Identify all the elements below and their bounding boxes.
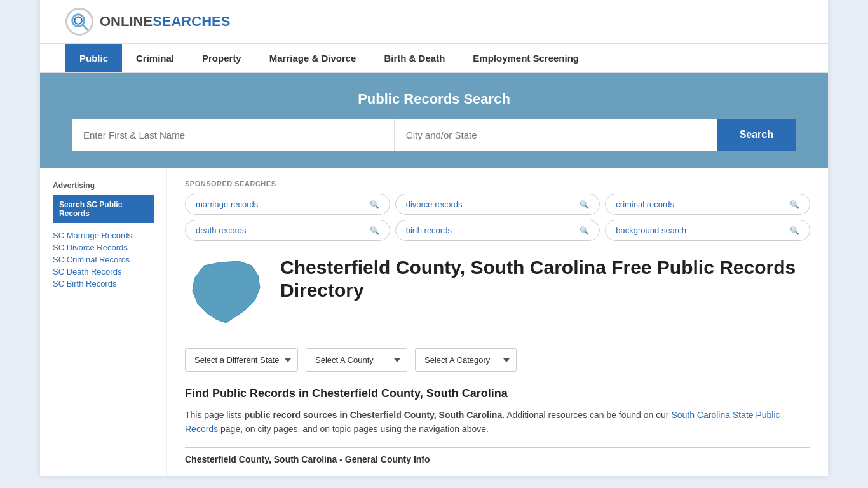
- find-records-title: Find Public Records in Chesterfield Coun…: [185, 387, 810, 400]
- find-text-end: page, on city pages, and on topic pages …: [218, 424, 489, 434]
- tag-criminal-records[interactable]: criminal records 🔍: [605, 194, 810, 215]
- search-tag-icon-3: 🔍: [370, 226, 379, 235]
- search-tag-icon-0: 🔍: [370, 200, 379, 209]
- site-header: ONLINESEARCHES: [40, 0, 828, 44]
- sidebar: Advertising Search SC Public Records SC …: [40, 168, 167, 476]
- sponsored-label: SPONSORED SEARCHES: [185, 180, 810, 187]
- nav-marriage-divorce[interactable]: Marriage & Divorce: [255, 44, 370, 72]
- general-info-title: Chesterfield County, South Carolina - Ge…: [185, 454, 810, 464]
- find-records-text: This page lists public record sources in…: [185, 408, 810, 437]
- main-content: SPONSORED SEARCHES marriage records 🔍 di…: [167, 168, 828, 476]
- nav-property[interactable]: Property: [188, 44, 255, 72]
- category-dropdown[interactable]: Select A Category: [415, 348, 517, 372]
- county-title: Chesterfield County, South Carolina Free…: [280, 256, 810, 302]
- find-text-before: This page lists: [185, 410, 244, 420]
- tag-marriage-label: marriage records: [196, 200, 258, 209]
- nav-public[interactable]: Public: [65, 44, 122, 72]
- county-header: Chesterfield County, South Carolina Free…: [185, 256, 810, 334]
- search-tag-icon-5: 🔍: [790, 226, 799, 235]
- sidebar-link-marriage[interactable]: SC Marriage Records: [53, 231, 154, 240]
- tag-background-label: background search: [616, 226, 686, 235]
- find-text-bold: public record sources in Chesterfield Co…: [244, 410, 502, 420]
- tag-marriage-records[interactable]: marriage records 🔍: [185, 194, 390, 215]
- nav-criminal[interactable]: Criminal: [122, 44, 188, 72]
- logo-icon: [65, 8, 93, 36]
- nav-employment[interactable]: Employment Screening: [459, 44, 593, 72]
- sponsored-tags: marriage records 🔍 divorce records 🔍 cri…: [185, 194, 810, 241]
- county-dropdown[interactable]: Select A County: [306, 348, 407, 372]
- location-input[interactable]: [395, 119, 717, 151]
- sidebar-link-divorce[interactable]: SC Divorce Records: [53, 243, 154, 252]
- sidebar-link-criminal[interactable]: SC Criminal Records: [53, 255, 154, 264]
- search-tag-icon-2: 🔍: [790, 200, 799, 209]
- search-button[interactable]: Search: [717, 119, 796, 151]
- content-wrapper: Advertising Search SC Public Records SC …: [40, 168, 828, 476]
- find-text-after: . Additional resources can be found on o…: [502, 410, 671, 420]
- state-dropdown[interactable]: Select a Different State: [185, 348, 298, 372]
- svg-point-2: [75, 17, 82, 24]
- sc-map: [185, 256, 268, 334]
- svg-line-1: [83, 25, 88, 30]
- name-input[interactable]: [72, 119, 395, 151]
- search-tag-icon-1: 🔍: [580, 200, 589, 209]
- logo[interactable]: ONLINESEARCHES: [65, 8, 230, 36]
- sidebar-advertising-label: Advertising: [53, 181, 154, 190]
- tag-death-label: death records: [196, 226, 247, 235]
- search-section-title: Public Records Search: [65, 91, 803, 107]
- tag-birth-records[interactable]: birth records 🔍: [395, 220, 600, 241]
- tag-criminal-label: criminal records: [616, 200, 674, 209]
- sidebar-ad-box[interactable]: Search SC Public Records: [53, 195, 154, 223]
- search-tag-icon-4: 🔍: [580, 226, 589, 235]
- nav-birth-death[interactable]: Birth & Death: [370, 44, 459, 72]
- general-info-bar: Chesterfield County, South Carolina - Ge…: [185, 447, 810, 464]
- dropdowns-row: Select a Different State Select A County…: [185, 348, 810, 372]
- search-bar: Search: [72, 119, 796, 151]
- tag-divorce-label: divorce records: [406, 200, 463, 209]
- tag-background-search[interactable]: background search 🔍: [605, 220, 810, 241]
- tag-divorce-records[interactable]: divorce records 🔍: [395, 194, 600, 215]
- sidebar-link-birth[interactable]: SC Birth Records: [53, 279, 154, 288]
- tag-death-records[interactable]: death records 🔍: [185, 220, 390, 241]
- search-section: Public Records Search Search: [40, 73, 828, 168]
- tag-birth-label: birth records: [406, 226, 452, 235]
- main-nav: Public Criminal Property Marriage & Divo…: [40, 44, 828, 73]
- sidebar-link-death[interactable]: SC Death Records: [53, 267, 154, 276]
- logo-text: ONLINESEARCHES: [100, 13, 230, 30]
